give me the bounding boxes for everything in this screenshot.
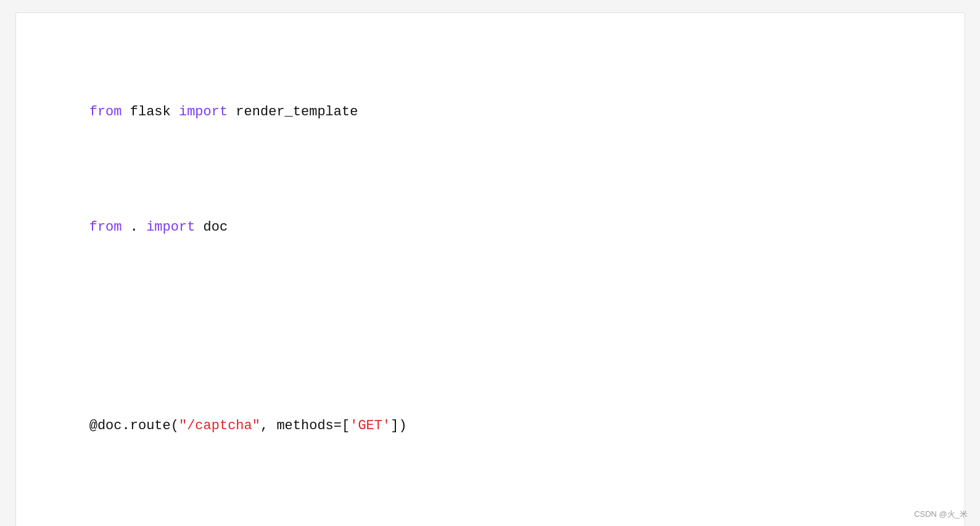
- keyword-from2: from: [89, 220, 122, 235]
- code-block-imports: from flask import render_template from .…: [41, 31, 940, 308]
- string-captcha-route: "/captcha": [179, 418, 260, 434]
- keyword-import2: import: [146, 220, 195, 235]
- keyword-from1: from: [89, 104, 122, 120]
- code-block-captcha: @doc.route("/captcha", methods=['GET']) …: [41, 345, 940, 526]
- keyword-import1: import: [179, 104, 228, 120]
- string-get1: 'GET': [350, 418, 390, 434]
- main-content: from flask import render_template from .…: [15, 12, 965, 526]
- watermark: CSDN @火_米: [914, 509, 968, 520]
